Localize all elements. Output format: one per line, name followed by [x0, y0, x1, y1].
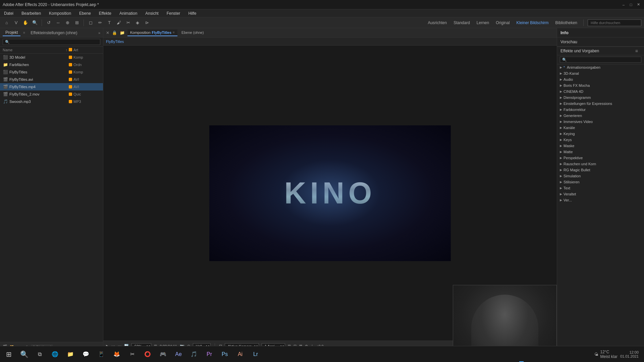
text-tool[interactable]: T [105, 19, 113, 27]
orbit-tool[interactable]: ⊕ [63, 19, 71, 27]
cat-kanale[interactable]: ▶ Kanäle [557, 125, 644, 131]
cat-veraltet[interactable]: ▶ Veraltet [557, 191, 644, 197]
explorer-button[interactable]: 📁 [63, 347, 78, 362]
composition-tab-ebene[interactable]: Ebene (ohne) [179, 29, 207, 36]
minimize-button[interactable]: – [621, 2, 627, 8]
item-badge-flybytitles-mp4 [69, 85, 72, 88]
brush-tool[interactable]: 🖌 [115, 19, 123, 27]
effects-search-input[interactable] [560, 57, 641, 63]
comp-tab-menu[interactable]: ≡ [173, 31, 175, 34]
weather-info: 12°C Meist klar [600, 350, 618, 359]
cat-3dkanal[interactable]: ▶ 3D-Kanal [557, 70, 644, 76]
panel-close-btn[interactable]: ✕ [106, 31, 109, 35]
cat-stilisieren[interactable]: ▶ Stilisieren [557, 179, 644, 185]
mask-tool[interactable]: ◻ [87, 19, 95, 27]
snip-button[interactable]: ✂ [125, 347, 140, 362]
bibliotheken-label[interactable]: Bibliotheken [553, 20, 579, 26]
close-button[interactable]: ✕ [635, 2, 641, 8]
maximize-button[interactable]: □ [628, 2, 634, 8]
cat-keys[interactable]: ▶ Keys [557, 137, 644, 143]
ausrichten-label[interactable]: Ausrichten [426, 20, 449, 26]
project-item-flybytitles-avi[interactable]: 🎬 FlyByTitles.avi AVI [0, 76, 103, 83]
cat-rauschen[interactable]: ▶ Rauschen und Korn [557, 161, 644, 167]
rotate-tool[interactable]: ↺ [45, 19, 53, 27]
firefox-button[interactable]: 🦊 [109, 347, 124, 362]
weather-temp: 12°C [600, 350, 618, 354]
effects-menu-btn[interactable]: ≡ [633, 48, 641, 54]
project-item-swoosh[interactable]: 🎵 Swoosh.mp3 MP3 [0, 98, 103, 105]
cat-immersives[interactable]: ▶ Immersives Video [557, 119, 644, 125]
select-tool[interactable]: V [12, 19, 20, 27]
pan-tool[interactable]: ⊞ [73, 19, 81, 27]
menu-ansicht[interactable]: Ansicht [144, 10, 160, 16]
panel-folder-btn[interactable]: 📁 [120, 31, 125, 35]
help-search[interactable] [588, 19, 641, 26]
cat-farbkorrektur[interactable]: ▶ Farbkorrektur [557, 107, 644, 113]
project-search-input[interactable] [3, 39, 100, 45]
menu-animation[interactable]: Animation [118, 10, 139, 16]
puppet-tool[interactable]: ⊳ [143, 19, 151, 27]
cat-ver[interactable]: ▶ Ver... [557, 197, 644, 203]
search-button[interactable]: 🔍 [17, 347, 32, 362]
edge-button[interactable]: 🌐 [48, 347, 62, 362]
cat-matte[interactable]: ▶ Matte [557, 149, 644, 155]
cat-dienstprogramm[interactable]: ▶ Dienstprogramm [557, 95, 644, 101]
start-button[interactable]: ⊞ [1, 347, 16, 362]
cat-simulation[interactable]: ▶ Simulation [557, 173, 644, 179]
menu-hilfe[interactable]: Hilfe [187, 10, 198, 16]
panel-lock-btn[interactable]: 🔒 [112, 31, 117, 35]
project-item-flybytitles-mov[interactable]: 🎬 FlyByTitles_2.mov Quic [0, 90, 103, 98]
menu-ebene[interactable]: Ebene [78, 10, 92, 16]
project-list: ⬛ 3D Model Komp 📁 Farbflächen Ordn ⬛ Fly… [0, 54, 103, 342]
teams-button[interactable]: 💬 [78, 347, 93, 362]
pen-tool[interactable]: ✏ [96, 19, 104, 27]
original-label[interactable]: Original [494, 20, 512, 26]
cat-rg-magic[interactable]: ▶ RG Magic Bullet [557, 167, 644, 173]
tool-separator-1 [42, 19, 42, 26]
ae-button[interactable]: Ae [171, 347, 186, 362]
item-badge-3dmodel [69, 56, 72, 59]
cat-keying[interactable]: ▶ Keying [557, 131, 644, 137]
eraser-tool[interactable]: ◈ [133, 19, 142, 27]
menu-datei[interactable]: Datei [3, 10, 15, 16]
zoom-tool[interactable]: 🔍 [31, 19, 39, 27]
home-tool[interactable]: ⌂ [3, 19, 11, 27]
project-item-3dmodel[interactable]: ⬛ 3D Model Komp [0, 54, 103, 61]
menu-bearbeiten[interactable]: Bearbeiten [20, 10, 42, 16]
menu-komposition[interactable]: Komposition [48, 10, 72, 16]
effects-settings-tab[interactable]: Effekteinstellungen (ohne) [28, 30, 80, 36]
project-item-flybytitles[interactable]: ⬛ FlyByTitles Komp [0, 68, 103, 76]
cat-cinema4d[interactable]: ▶ CINEMA 4D [557, 88, 644, 95]
cat-animationsvorgaben[interactable]: ▶ * Animationsvorgaben [557, 64, 644, 70]
cat-perspektive[interactable]: ▶ Perspektive [557, 155, 644, 161]
hand-tool[interactable]: ✋ [21, 19, 30, 27]
lernen-label[interactable]: Lernen [475, 20, 491, 26]
project-item-flybytitles-mp4[interactable]: 🎬 FlyByTitles.mp4 AVI [0, 83, 103, 90]
cat-audio[interactable]: ▶ Audio [557, 76, 644, 82]
panel-expand-btn[interactable]: » [98, 31, 100, 35]
cat-generieren[interactable]: ▶ Generieren [557, 113, 644, 119]
menu-fenster[interactable]: Fenster [165, 10, 182, 16]
video-icon-flybytitles-avi: 🎬 [3, 77, 8, 82]
standard-label[interactable]: Standard [451, 20, 472, 26]
clone-tool[interactable]: ✂ [124, 19, 132, 27]
project-item-farbflachen[interactable]: 📁 Farbflächen Ordn [0, 61, 103, 68]
cat-expressions[interactable]: ▶ Einstellungen für Expressions [557, 101, 644, 107]
project-tab[interactable]: Projekt [3, 29, 20, 36]
cat-maske[interactable]: ▶ Maske [557, 143, 644, 149]
premiere-button[interactable]: Pr [202, 347, 217, 362]
cat-boris-mocha[interactable]: ▶ Boris FX Mocha [557, 82, 644, 88]
illustrator-button[interactable]: Ai [233, 347, 248, 362]
whatsapp-button[interactable]: 📱 [94, 347, 109, 362]
misc1-button[interactable]: ⭕ [140, 347, 155, 362]
misc2-button[interactable]: 🎮 [156, 347, 170, 362]
taskview-button[interactable]: ⧉ [32, 347, 47, 362]
cat-text[interactable]: ▶ Text [557, 185, 644, 191]
menu-effekte[interactable]: Effekte [98, 10, 113, 16]
composition-tab-flyby[interactable]: Komposition FlyByTitles ≡ [127, 29, 177, 36]
music-button[interactable]: 🎵 [186, 347, 201, 362]
lightroom-button[interactable]: Lr [248, 347, 263, 362]
unified-camera-tool[interactable]: ↔ [54, 19, 62, 27]
kleiner-bildschirm-label[interactable]: Kleiner Bildschirm [515, 20, 551, 26]
photoshop-button[interactable]: Ps [217, 347, 232, 362]
